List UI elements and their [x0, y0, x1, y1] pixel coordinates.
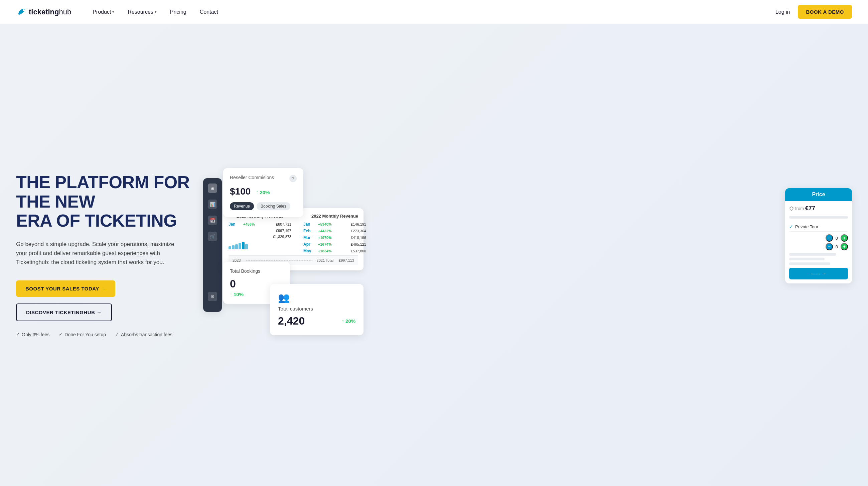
boost-sales-button[interactable]: BOOST YOUR SALES TODAY →: [16, 280, 115, 297]
price-stepper-2[interactable]: − 0 +: [789, 243, 848, 250]
check-setup: ✓ Done For You setup: [59, 332, 106, 337]
rev-row-2023-feb: £997,197: [228, 229, 291, 233]
check-fees: ✓ Only 3% fees: [16, 332, 50, 337]
stepper-plus-2[interactable]: +: [841, 243, 848, 250]
hero-section: THE PLATFORM FOR THE NEWERA OF TICKETING…: [0, 24, 868, 486]
price-line-3: [789, 263, 830, 265]
nav-product[interactable]: Product ▾: [87, 6, 120, 18]
diamond-icon: [789, 206, 794, 211]
reseller-tags: Revenue Booking Sales: [230, 202, 297, 210]
customers-stats-row: 2,420 ↑ 20%: [278, 315, 355, 327]
reseller-card-title: Reseller Commisions: [230, 175, 274, 180]
rev-amt-feb-2022: £273,364: [339, 229, 366, 233]
sidebar-calendar-icon: 📅: [208, 216, 217, 225]
price-card-body: from €77 ✓ Private Tour − 0 + − 0 +: [785, 201, 852, 283]
resources-chevron-icon: ▾: [155, 10, 157, 14]
total-customers-card: 👥 Total customers 2,420 ↑ 20%: [270, 284, 364, 335]
up-arrow-icon: ↑: [256, 189, 258, 195]
revenue-comparison-card: 2023 Monthly Revenue Jan +456% £807,711 …: [223, 208, 364, 270]
sidebar-chart-icon: 📊: [208, 200, 217, 209]
stepper-minus-2[interactable]: −: [826, 243, 833, 250]
total-2021-amount: £997,113: [339, 259, 354, 263]
rev-row-2022-jan: Jan +5340% £146,191: [303, 222, 366, 226]
hero-subtitle: Go beyond a simple upgrade. Scale your o…: [16, 240, 177, 267]
price-line-1: [789, 253, 836, 256]
rev-month-jan-2022: Jan: [303, 222, 317, 226]
rev-row-2022-may: May +1834% £537,800: [303, 249, 366, 253]
checkmark-icon-1: ✓: [16, 332, 20, 337]
stepper-value-2: 0: [836, 244, 838, 249]
price-card-header: Price: [785, 188, 852, 201]
rev-pct-mar-2022: +1970%: [318, 236, 338, 240]
help-icon[interactable]: ?: [289, 175, 297, 182]
check-fees-absorb: ✓ Absorbs transaction fees: [115, 332, 173, 337]
sidebar-cart-icon: 🛒: [208, 232, 217, 241]
logo-bird-icon: [16, 7, 27, 18]
price-stepper-1[interactable]: − 0 +: [789, 234, 848, 242]
book-demo-button[interactable]: BOOK A DEMO: [798, 5, 852, 19]
rev-amt-jan-2023: £807,711: [265, 222, 291, 226]
bookings-card-title: Total Bookings: [230, 268, 283, 274]
rev-amt-jan-2022: £146,191: [339, 222, 366, 226]
sidebar-home-icon: ⊞: [208, 183, 217, 193]
checkmark-icon-3: ✓: [115, 332, 119, 337]
rev-amt-mar-2022: £410,196: [339, 236, 366, 240]
product-chevron-icon: ▾: [112, 10, 114, 14]
reseller-percent: ↑ 20%: [256, 189, 270, 195]
sidebar-gear-icon: ⚙: [208, 292, 217, 306]
revenue-mini-chart-2023: [228, 241, 291, 251]
hero-trust-badges: ✓ Only 3% fees ✓ Done For You setup ✓ Ab…: [16, 332, 190, 337]
stepper-value-1: 0: [836, 236, 838, 241]
rev-row-2022-apr: Apr +1674% £465,121: [303, 242, 366, 247]
rev-month-mar-2022: Mar: [303, 235, 317, 240]
rev-row-2023-mar: £1,329,873: [228, 235, 291, 239]
customers-percent: ↑ 20%: [342, 318, 355, 324]
price-from-amount: €77: [805, 205, 815, 212]
bookings-up-icon: ↑: [230, 292, 232, 297]
price-line-2: [789, 258, 825, 261]
booking-sales-tag[interactable]: Booking Sales: [256, 202, 290, 210]
rev-pct-apr-2022: +1674%: [318, 242, 338, 246]
login-button[interactable]: Log in: [775, 9, 790, 15]
price-check-icon: ✓: [789, 224, 793, 229]
reseller-commissions-card: Reseller Commisions ? $100 ↑ 20% Revenue…: [223, 168, 303, 217]
rev-amt-mar-2023: £1,329,873: [265, 235, 291, 239]
reseller-amount: $100: [230, 186, 251, 197]
revenue-tag[interactable]: Revenue: [230, 202, 254, 210]
rev-month-may-2022: May: [303, 249, 317, 253]
customers-up-icon: ↑: [342, 318, 344, 324]
customers-people-icon: 👥: [278, 292, 355, 303]
stepper-plus-1[interactable]: +: [841, 234, 848, 242]
rev-month-jan-2023: Jan: [228, 222, 242, 226]
rev-amt-apr-2022: £465,121: [339, 242, 366, 246]
price-cta-button[interactable]: —— →: [789, 268, 848, 279]
hero-title: THE PLATFORM FOR THE NEWERA OF TICKETING: [16, 173, 190, 230]
customers-amount: 2,420: [278, 315, 305, 327]
nav-contact[interactable]: Contact: [194, 6, 223, 18]
stepper-minus-1[interactable]: −: [826, 234, 833, 242]
total-2021-label: 2021 Total: [317, 259, 334, 263]
rev-pct-feb-2022: +4432%: [318, 229, 338, 233]
rev-row-2022-mar: Mar +1970% £410,196: [303, 235, 366, 240]
rev-amt-may-2022: £537,800: [339, 249, 366, 253]
rev-pct-jan-2023: +456%: [243, 222, 263, 226]
price-card: Price from €77 ✓ Private Tour − 0: [785, 188, 852, 283]
price-option-private-tour: ✓ Private Tour: [789, 222, 848, 232]
price-summary-lines: [789, 253, 848, 265]
logo-text: ticketinghub: [29, 8, 71, 17]
logo[interactable]: ticketinghub: [16, 7, 71, 18]
discover-button[interactable]: DISCOVER TICKETINGHUB →: [16, 304, 112, 321]
rev-row-2023-jan: Jan +456% £807,711: [228, 222, 291, 226]
private-tour-label: Private Tour: [795, 224, 818, 229]
nav-pricing[interactable]: Pricing: [165, 6, 192, 18]
price-from: from €77: [789, 205, 848, 212]
hero-buttons: BOOST YOUR SALES TODAY → DISCOVER TICKET…: [16, 280, 190, 321]
nav-links: Product ▾ Resources ▾ Pricing Contact: [87, 6, 775, 18]
nav-resources[interactable]: Resources ▾: [122, 6, 162, 18]
rev-row-2022-feb: Feb +4432% £273,364: [303, 229, 366, 233]
price-divider-bar: [789, 216, 848, 219]
rev-month-feb-2022: Feb: [303, 229, 317, 233]
hero-dashboard-mockup: ⊞ 📊 📅 🛒 ⚙ Reseller Commisions ? $100 ↑ 2…: [203, 168, 852, 342]
rev-pct-may-2022: +1834%: [318, 249, 338, 253]
nav-right: Log in BOOK A DEMO: [775, 5, 852, 19]
